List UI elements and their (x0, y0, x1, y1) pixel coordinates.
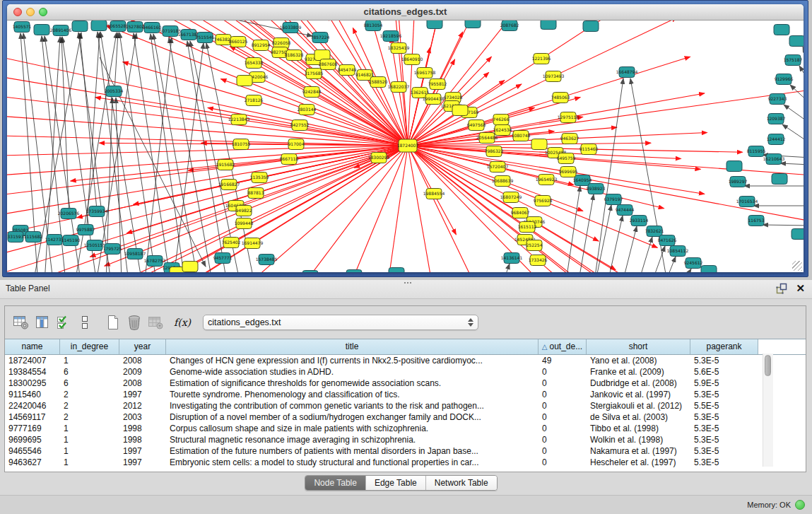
show-columns-icon[interactable] (32, 313, 53, 332)
table-cell[interactable]: 5.3E-5 (690, 434, 758, 445)
teal-node[interactable]: 16033809 (280, 23, 302, 33)
teal-node[interactable]: 1989297 (729, 177, 748, 187)
resize-grip-icon[interactable] (792, 261, 802, 271)
table-row[interactable]: 969969511998Structural magnetic resonanc… (5, 434, 806, 445)
yellow-node[interactable]: 1915682 (216, 160, 235, 170)
yellow-node[interactable]: 16807249 (500, 192, 522, 203)
teal-node[interactable] (91, 21, 107, 31)
tab-edge-table[interactable]: Edge Table (365, 476, 425, 490)
teal-node[interactable]: 9474444 (616, 205, 635, 216)
table-cell[interactable]: 1998 (119, 434, 166, 445)
yellow-node[interactable]: 746266 (493, 115, 510, 125)
yellow-node[interactable]: 7955812 (428, 79, 447, 90)
teal-node[interactable]: 10958187 (124, 249, 146, 259)
teal-node[interactable]: 8813054 (364, 21, 383, 31)
table-cell[interactable]: Dudbridge et al. (2008) (587, 378, 690, 389)
yellow-node[interactable]: 12213843 (228, 115, 250, 125)
yellow-node[interactable]: 18300295 (368, 153, 390, 163)
table-cell[interactable]: Investigating the contribution of common… (166, 400, 539, 411)
table-cell[interactable]: 0 (539, 457, 587, 468)
teal-node[interactable]: 1244412 (767, 134, 786, 145)
network-window-titlebar[interactable]: citations_edges.txt (7, 4, 804, 21)
table-row[interactable]: 2242004622012Investigating the contribut… (5, 400, 806, 411)
table-cell[interactable]: Structural magnetic resonance image aver… (166, 434, 539, 445)
table-cell[interactable]: 9699695 (5, 434, 60, 445)
table-cell[interactable]: Estimation of significance thresholds fo… (166, 378, 539, 389)
table-cell[interactable]: 5.3E-5 (690, 457, 758, 468)
table-cell[interactable]: Embryonic stem cells: a model to study s… (166, 457, 539, 468)
yellow-node[interactable]: 8454749 (338, 65, 357, 76)
table-cell[interactable]: 0 (539, 389, 587, 400)
teal-node[interactable]: 2005334 (105, 86, 124, 97)
yellow-node[interactable]: 7986322 (485, 146, 504, 157)
teal-node[interactable]: 9129966 (775, 74, 794, 85)
yellow-node[interactable]: 2718126 (245, 95, 264, 106)
yellow-node[interactable]: 9463627 (560, 134, 579, 144)
teal-node[interactable]: 2087682 (500, 21, 519, 31)
network-view-canvas[interactable]: 1405571208914061065528715278029466160107… (7, 21, 804, 272)
table-cell[interactable]: 1 (60, 434, 119, 445)
teal-node[interactable]: 17359934 (86, 206, 108, 217)
vertical-scrollbar[interactable] (763, 354, 773, 467)
yellow-node[interactable]: 6495759 (557, 153, 576, 164)
table-cell[interactable]: 2012 (119, 400, 166, 411)
teal-node[interactable] (583, 21, 599, 32)
yellow-node[interactable]: 1624534 (493, 125, 512, 136)
teal-node[interactable] (792, 229, 804, 240)
table-cell[interactable]: 1 (60, 423, 119, 434)
teal-node[interactable] (302, 271, 318, 273)
table-cell[interactable]: Tourette syndrome. Phenomenology and cla… (166, 389, 539, 400)
teal-node[interactable] (726, 161, 742, 172)
table-cell[interactable]: 2003 (119, 411, 166, 423)
table-cell[interactable]: 5.3E-5 (690, 355, 758, 366)
table-cell[interactable]: 5.3E-5 (690, 445, 758, 457)
yellow-node[interactable]: 8427552 (290, 120, 310, 131)
teal-node[interactable]: 17016534 (736, 197, 758, 207)
maximize-window-button[interactable] (39, 8, 47, 16)
table-cell[interactable]: 0 (539, 445, 587, 457)
yellow-node[interactable]: 18325419 (388, 43, 410, 54)
yellow-node[interactable] (182, 262, 198, 272)
teal-node[interactable]: 6379197 (604, 194, 623, 205)
teal-node[interactable]: 8938923 (587, 184, 606, 194)
table-cell[interactable]: 2 (60, 400, 119, 411)
teal-node[interactable]: 7515546 (196, 33, 215, 43)
table-cell[interactable]: 5.3E-5 (690, 411, 758, 423)
yellow-node[interactable] (452, 105, 468, 116)
table-selector-dropdown[interactable]: citations_edges.txt (203, 315, 478, 330)
float-panel-icon[interactable] (776, 283, 787, 294)
table-cell[interactable]: 22420046 (5, 400, 60, 411)
minimize-window-button[interactable] (26, 8, 35, 16)
table-cell[interactable]: 5.3E-5 (690, 423, 758, 434)
teal-node[interactable]: 7857224 (311, 33, 330, 43)
table-cell[interactable]: Yano et al. (2008) (587, 355, 690, 366)
yellow-node[interactable]: 16822037 (388, 82, 410, 93)
table-cell[interactable]: 2009 (119, 366, 166, 378)
table-cell[interactable]: 18300295 (5, 378, 60, 389)
yellow-node[interactable]: 12975115 (558, 112, 579, 123)
table-cell[interactable]: 19384554 (5, 366, 60, 378)
yellow-node[interactable]: 949822 (236, 206, 252, 216)
yellow-node[interactable]: 20564486 (476, 133, 498, 144)
column-header-title[interactable]: title (166, 339, 539, 354)
teal-node[interactable]: 8115955 (747, 146, 766, 157)
yellow-node[interactable]: 8186328 (285, 50, 304, 61)
teal-node[interactable] (701, 266, 717, 273)
table-cell[interactable]: 1998 (119, 423, 166, 434)
teal-node[interactable]: 9975887 (76, 225, 95, 235)
yellow-node[interactable]: 10973493 (543, 71, 565, 82)
column-header-short[interactable]: short (587, 339, 690, 354)
table-cell[interactable]: 5.3E-5 (690, 389, 758, 400)
yellow-node[interactable]: 1080748 (512, 131, 531, 141)
column-header-out_de[interactable]: △out_de... (539, 339, 587, 354)
table-row[interactable]: 1872400712008Changes of HCN gene express… (5, 355, 806, 366)
yellow-node[interactable]: 8667110 (280, 154, 299, 165)
yellow-node[interactable]: 6497568 (467, 120, 486, 131)
import-table-icon[interactable] (145, 313, 166, 332)
table-row[interactable]: 977716911998Corpus callosum shape and si… (5, 423, 806, 434)
yellow-node[interactable]: 9756928 (534, 196, 553, 206)
teal-node[interactable]: 9227343 (768, 94, 787, 105)
yellow-node[interactable]: 917004 (288, 139, 305, 150)
yellow-node[interactable]: 2867608 (319, 59, 338, 70)
table-cell[interactable]: 6 (60, 366, 119, 378)
